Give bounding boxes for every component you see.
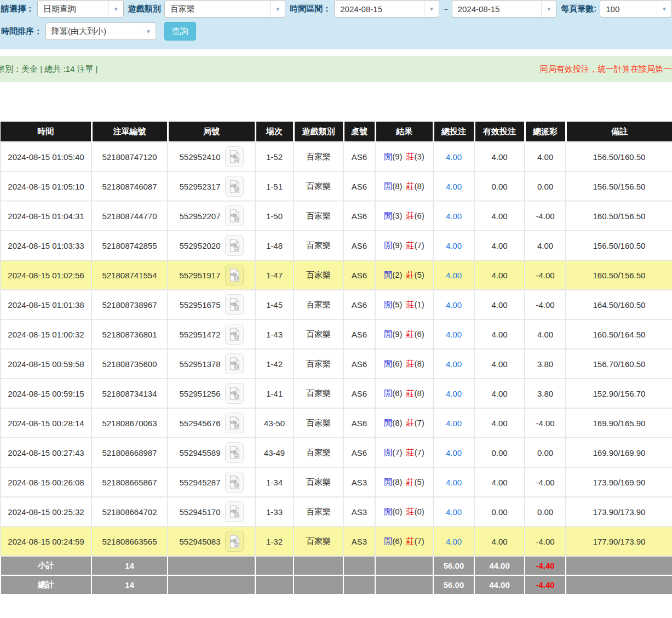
total-bet-link[interactable]: 4.00 bbox=[446, 271, 462, 280]
round-id-text: 552952020 bbox=[179, 241, 220, 250]
total-row: 總計1456.0044.00-4.40 bbox=[1, 575, 672, 594]
time-cell: 2024-08-15 01:02:56 bbox=[1, 260, 91, 290]
bet-id-cell: 521808736801 bbox=[91, 319, 168, 349]
player-result: 閒 bbox=[384, 300, 392, 309]
table-row: 2024-08-15 00:28:14521808670063552945676… bbox=[1, 408, 672, 438]
date-to-select[interactable]: 2024-08-15 ▼ bbox=[452, 0, 557, 18]
video-record-button[interactable] bbox=[225, 383, 244, 404]
column-header: 備註 bbox=[566, 122, 672, 142]
total-bet-link[interactable]: 4.00 bbox=[446, 478, 462, 487]
total-bet-link[interactable]: 4.00 bbox=[446, 507, 462, 517]
game-type-value: 百家樂 bbox=[165, 4, 195, 14]
banker-score: (7) bbox=[415, 448, 424, 457]
result-cell: 閒(0)莊(0) bbox=[375, 497, 433, 527]
game-type-cell: 百家樂 bbox=[294, 231, 343, 260]
round-id-text: 552951917 bbox=[179, 271, 220, 280]
video-record-button[interactable] bbox=[225, 146, 244, 167]
total-bet-link[interactable]: 4.00 bbox=[446, 419, 462, 428]
payout-cell: 0.00 bbox=[525, 171, 566, 201]
note-cell: 156.50/160.50 bbox=[566, 231, 672, 260]
chevron-down-icon: ▼ bbox=[141, 23, 156, 39]
header-row: 時間注單編號局號場次遊戲類別桌號結果總投注有效投注總派彩備註 bbox=[1, 122, 672, 142]
game-type-cell: 百家樂 bbox=[294, 201, 343, 231]
table-row: 2024-08-15 00:24:59521808663565552945083… bbox=[1, 527, 672, 556]
player-result: 閒 bbox=[384, 181, 392, 191]
sort-order-select[interactable]: 降冪(由大到小) ▼ bbox=[45, 22, 156, 40]
total-bet-link[interactable]: 4.00 bbox=[446, 359, 462, 369]
table-row: 2024-08-15 00:25:32521808664702552945170… bbox=[1, 497, 672, 527]
round-id-cell: 552945676 bbox=[168, 408, 255, 438]
time-cell: 2024-08-15 01:05:10 bbox=[1, 171, 91, 201]
video-record-button[interactable] bbox=[225, 176, 244, 197]
total-bet-cell: 4.00 bbox=[433, 201, 474, 231]
player-score: (8) bbox=[392, 418, 402, 427]
banker-result: 莊 bbox=[406, 300, 415, 309]
column-header: 注單編號 bbox=[91, 122, 168, 142]
banker-result: 莊 bbox=[406, 388, 415, 398]
round-id-cell: 552945083 bbox=[168, 527, 255, 556]
total-bet-link[interactable]: 4.00 bbox=[446, 330, 462, 339]
chevron-down-icon: ▼ bbox=[657, 1, 671, 17]
summary-empty-cell bbox=[294, 575, 343, 594]
video-record-button[interactable] bbox=[225, 205, 244, 226]
summary-empty-cell bbox=[294, 556, 343, 575]
video-record-button[interactable] bbox=[225, 442, 244, 463]
total-bet-link[interactable]: 4.00 bbox=[446, 241, 462, 250]
table-no-cell: AS6 bbox=[343, 290, 375, 319]
game-type-cell: 百家樂 bbox=[294, 349, 343, 379]
video-record-button[interactable] bbox=[225, 531, 244, 552]
payout-cell: 4.00 bbox=[525, 142, 566, 171]
table-no-cell: AS6 bbox=[343, 319, 375, 349]
total-bet-link[interactable]: 4.00 bbox=[446, 300, 462, 310]
result-cell: 閒(9)莊(3) bbox=[375, 142, 433, 171]
note-cell: 169.90/169.90 bbox=[566, 438, 672, 467]
bet-id-cell: 521808663565 bbox=[91, 527, 168, 556]
video-record-button[interactable] bbox=[225, 294, 244, 315]
table-row: 2024-08-15 01:02:56521808741554552951917… bbox=[1, 260, 672, 290]
video-record-button[interactable] bbox=[225, 235, 244, 256]
total-bet-link[interactable]: 4.00 bbox=[446, 448, 462, 457]
table-row: 2024-08-15 01:03:33521808742855552952020… bbox=[1, 231, 672, 260]
total-bet-link[interactable]: 4.00 bbox=[446, 389, 462, 398]
total-bet-link[interactable]: 4.00 bbox=[446, 537, 462, 546]
game-type-label: 遊戲類別 bbox=[128, 4, 161, 14]
video-record-button[interactable] bbox=[225, 324, 244, 345]
date-from-select[interactable]: 2024-08-15 ▼ bbox=[334, 0, 439, 18]
round-id-text: 552945170 bbox=[179, 507, 220, 517]
total-bet-link[interactable]: 4.00 bbox=[446, 152, 462, 162]
column-header: 遊戲類別 bbox=[294, 122, 343, 142]
page-size-select[interactable]: 100 ▼ bbox=[600, 0, 672, 18]
player-score: (6) bbox=[392, 388, 402, 398]
video-record-button[interactable] bbox=[225, 413, 244, 433]
total-bet-link[interactable]: 4.00 bbox=[446, 182, 462, 191]
table-row: 2024-08-15 00:27:43521808668987552945589… bbox=[1, 438, 672, 467]
summary-empty-cell bbox=[343, 575, 375, 594]
sort-order-value: 降冪(由大到小) bbox=[46, 26, 106, 37]
session-cell: 1-41 bbox=[255, 379, 294, 408]
player-score: (6) bbox=[392, 359, 402, 368]
video-record-button[interactable] bbox=[225, 265, 244, 285]
subtotal-count: 14 bbox=[91, 556, 168, 575]
player-result: 閒 bbox=[384, 418, 392, 427]
video-record-button[interactable] bbox=[225, 472, 244, 493]
result-cell: 閒(2)莊(5) bbox=[375, 260, 433, 290]
time-cell: 2024-08-15 01:03:33 bbox=[1, 231, 91, 260]
total-bet-link[interactable]: 4.00 bbox=[446, 211, 462, 221]
session-cell: 43-50 bbox=[255, 408, 294, 438]
bet-table-head: 時間注單編號局號場次遊戲類別桌號結果總投注有效投注總派彩備註 bbox=[1, 122, 672, 142]
chevron-down-icon: ▼ bbox=[541, 1, 556, 17]
game-type-select[interactable]: 百家樂 ▼ bbox=[164, 0, 286, 18]
video-record-button[interactable] bbox=[225, 501, 244, 522]
player-result: 閒 bbox=[384, 477, 392, 487]
round-id-cell: 552951378 bbox=[168, 349, 255, 379]
session-cell: 1-51 bbox=[255, 171, 294, 201]
video-record-button[interactable] bbox=[225, 353, 244, 374]
payout-cell: -4.00 bbox=[525, 260, 566, 290]
total-bet-cell: 4.00 bbox=[433, 527, 474, 556]
result-cell: 閒(3)莊(6) bbox=[375, 201, 433, 231]
player-result: 閒 bbox=[384, 211, 392, 220]
table-row: 2024-08-15 01:04:31521808744770552952207… bbox=[1, 201, 672, 231]
search-button[interactable]: 查詢 bbox=[164, 22, 196, 41]
round-id-cell: 552951256 bbox=[168, 379, 255, 408]
query-type-select[interactable]: 日期查詢 ▼ bbox=[37, 0, 124, 18]
